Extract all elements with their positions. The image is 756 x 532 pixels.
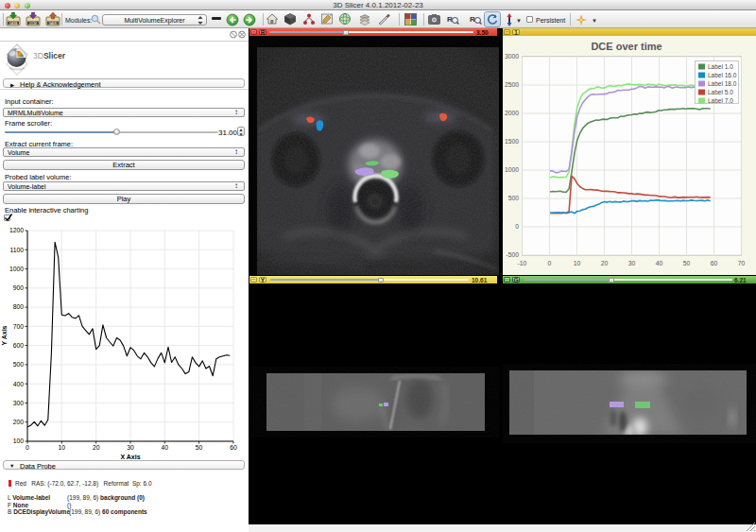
svg-text:400: 400 [13, 381, 25, 387]
svg-text:30: 30 [127, 444, 134, 451]
svg-text:900: 900 [13, 284, 25, 291]
svg-text:DATA: DATA [9, 22, 18, 26]
svg-text:Label 16.0: Label 16.0 [708, 72, 737, 78]
svg-text:700: 700 [13, 323, 25, 330]
svg-text:R: R [470, 15, 475, 24]
svg-text:DCM: DCM [29, 22, 37, 26]
svg-text:DCE over time: DCE over time [591, 41, 662, 52]
svg-text:1000: 1000 [9, 266, 24, 272]
svg-text:2000: 2000 [505, 110, 519, 116]
svg-text:Label 1.0: Label 1.0 [708, 63, 733, 70]
svg-text:30: 30 [628, 260, 636, 266]
svg-text:1500: 1500 [505, 138, 519, 145]
svg-text:60: 60 [230, 444, 237, 451]
svg-text:40: 40 [656, 260, 663, 266]
svg-text:Y Axis: Y Axis [1, 325, 8, 345]
svg-text:-500: -500 [506, 251, 519, 258]
svg-text:50: 50 [683, 260, 691, 266]
svg-text:3000: 3000 [505, 53, 519, 60]
svg-text:0: 0 [548, 260, 552, 266]
svg-text:0: 0 [515, 223, 519, 230]
svg-text:2500: 2500 [505, 81, 519, 88]
svg-text:1100: 1100 [9, 247, 24, 253]
svg-text:70: 70 [738, 260, 746, 266]
svg-text:10: 10 [59, 444, 66, 451]
svg-text:50: 50 [196, 444, 203, 451]
svg-text:SAVE: SAVE [49, 22, 57, 26]
svg-text:Label 7.0: Label 7.0 [708, 97, 733, 104]
svg-text:200: 200 [13, 419, 25, 425]
svg-text:1000: 1000 [505, 166, 519, 173]
svg-text:500: 500 [13, 361, 25, 368]
svg-text:60: 60 [711, 260, 718, 266]
svg-text:0: 0 [26, 444, 29, 451]
svg-text:800: 800 [13, 303, 25, 310]
svg-text:300: 300 [13, 400, 25, 406]
svg-text:Label 5.0: Label 5.0 [708, 89, 733, 95]
svg-text:Label 18.0: Label 18.0 [708, 80, 737, 87]
svg-text:100: 100 [13, 438, 25, 444]
svg-text:600: 600 [13, 342, 25, 349]
svg-text:X Axis: X Axis [120, 454, 140, 460]
svg-text:-10: -10 [518, 260, 527, 266]
svg-text:20: 20 [93, 444, 100, 451]
svg-text:1200: 1200 [9, 228, 24, 233]
svg-text:40: 40 [162, 444, 169, 451]
svg-text:20: 20 [601, 260, 609, 266]
svg-text:500: 500 [508, 195, 520, 201]
svg-text:10: 10 [574, 260, 581, 266]
svg-text:R: R [447, 15, 453, 24]
